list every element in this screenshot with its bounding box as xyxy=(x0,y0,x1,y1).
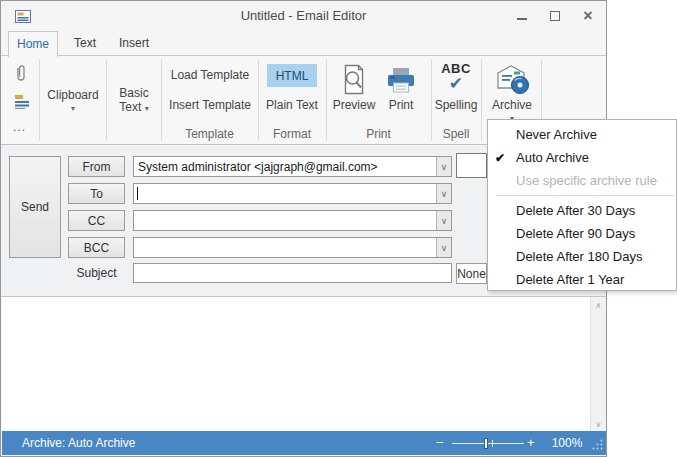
subject-field[interactable] xyxy=(133,263,452,283)
menu-item-auto-archive[interactable]: ✔ Auto Archive xyxy=(488,146,676,169)
zoom-in-button[interactable]: + xyxy=(527,431,535,455)
from-combobox[interactable]: ∨ xyxy=(133,156,452,177)
subject-input[interactable] xyxy=(134,265,451,283)
load-template-button[interactable]: Load Template xyxy=(164,64,256,86)
from-extra-input[interactable] xyxy=(457,154,486,177)
subject-label: Subject xyxy=(68,266,125,280)
ribbon-overflow-button[interactable]: ... xyxy=(13,120,26,134)
window-controls: × xyxy=(514,1,596,31)
template-group-label: Template xyxy=(161,127,258,141)
title-bar[interactable]: Untitled - Email Editor × xyxy=(1,1,606,31)
scroll-up-icon[interactable]: ∧ xyxy=(591,298,606,312)
preview-label: Preview xyxy=(333,98,376,112)
combo-chevron-icon[interactable]: ∨ xyxy=(436,211,451,230)
menu-item-delete-180[interactable]: Delete After 180 Days xyxy=(488,245,676,268)
priority-none-dropdown[interactable]: None xyxy=(456,263,487,284)
bcc-combobox[interactable]: ∨ xyxy=(133,237,452,258)
combo-chevron-icon[interactable]: ∨ xyxy=(436,157,451,176)
check-icon: ✔ xyxy=(488,151,516,165)
printer-icon xyxy=(386,59,416,95)
bcc-button[interactable]: BCC xyxy=(68,237,125,258)
spelling-label: Spelling xyxy=(435,98,478,112)
spell-group-label: Spell xyxy=(431,127,481,141)
menu-separator xyxy=(496,195,674,196)
chevron-down-icon: ▾ xyxy=(145,104,149,113)
from-extra-field[interactable] xyxy=(456,153,487,178)
basic-text-label-2: Text ▾ xyxy=(119,100,148,114)
vertical-scrollbar[interactable]: ∧ ∨ xyxy=(590,297,606,432)
menu-item-use-specific-rule: Use specific archive rule xyxy=(488,169,676,192)
archive-label: Archive xyxy=(492,98,532,112)
cc-input[interactable] xyxy=(134,211,436,230)
zoom-slider[interactable] xyxy=(452,443,524,444)
print-group-label: Print xyxy=(326,127,431,141)
zoom-level: 100% xyxy=(548,431,586,455)
maximize-button[interactable] xyxy=(547,8,563,24)
minimize-button[interactable] xyxy=(514,8,530,24)
clipboard-dropdown-button[interactable]: Clipboard ▾ xyxy=(40,59,106,141)
basic-text-label-1: Basic xyxy=(119,86,148,100)
ribbon-tab-row: Home Text Insert xyxy=(1,31,606,56)
tab-insert[interactable]: Insert xyxy=(109,31,159,56)
format-group-label: Format xyxy=(258,127,326,141)
cc-button[interactable]: CC xyxy=(68,210,125,231)
message-body-editor[interactable]: ∧ ∨ xyxy=(2,297,606,432)
text-caret xyxy=(137,187,138,200)
status-archive-text: Archive: Auto Archive xyxy=(22,431,135,455)
to-input[interactable] xyxy=(134,184,436,203)
to-button[interactable]: To xyxy=(68,183,125,204)
html-format-button[interactable]: HTML xyxy=(267,64,317,87)
bcc-input[interactable] xyxy=(134,238,436,257)
scroll-down-icon[interactable]: ∨ xyxy=(591,417,606,431)
tab-home[interactable]: Home xyxy=(8,31,58,57)
cc-combobox[interactable]: ∨ xyxy=(133,210,452,231)
basic-text-dropdown-button[interactable]: Basic Text ▾ xyxy=(107,59,161,141)
archive-envelope-disc-icon xyxy=(494,59,530,95)
spelling-abc-check-icon: ABC ✔ xyxy=(441,59,471,95)
clipboard-label: Clipboard xyxy=(47,88,98,102)
plain-text-format-button[interactable]: Plain Text xyxy=(259,94,325,116)
menu-item-delete-90[interactable]: Delete After 90 Days xyxy=(488,222,676,245)
combo-chevron-icon[interactable]: ∨ xyxy=(436,184,451,203)
combo-chevron-icon[interactable]: ∨ xyxy=(436,238,451,257)
print-label: Print xyxy=(389,98,414,112)
preview-button[interactable]: Preview xyxy=(331,59,377,119)
from-input[interactable] xyxy=(134,157,436,176)
menu-item-never-archive[interactable]: Never Archive xyxy=(488,123,676,146)
menu-item-delete-1-year[interactable]: Delete After 1 Year xyxy=(488,268,676,291)
from-button[interactable]: From xyxy=(68,156,125,177)
resize-grip[interactable] xyxy=(592,439,603,453)
insert-template-button[interactable]: Insert Template xyxy=(164,94,256,116)
print-button[interactable]: Print xyxy=(381,59,421,119)
spelling-button[interactable]: ABC ✔ Spelling xyxy=(433,59,479,119)
text-style-icon[interactable] xyxy=(14,94,30,113)
zoom-out-button[interactable]: − xyxy=(436,431,444,455)
menu-item-delete-30[interactable]: Delete After 30 Days xyxy=(488,199,676,222)
archive-popup-menu: Never Archive ✔ Auto Archive Use specifi… xyxy=(487,119,677,291)
status-bar: Archive: Auto Archive − + 100% xyxy=(2,431,606,455)
send-button[interactable]: Send xyxy=(9,156,61,258)
close-button[interactable]: × xyxy=(580,8,596,24)
attach-paperclip-icon[interactable] xyxy=(14,64,28,87)
chevron-down-icon: ▾ xyxy=(71,105,75,113)
tab-text[interactable]: Text xyxy=(63,31,107,56)
preview-magnifier-icon xyxy=(341,59,367,95)
zoom-slider-thumb[interactable] xyxy=(484,438,488,449)
to-combobox[interactable]: ∨ xyxy=(133,183,452,204)
screen: Untitled - Email Editor × Home Text Inse… xyxy=(0,0,677,457)
